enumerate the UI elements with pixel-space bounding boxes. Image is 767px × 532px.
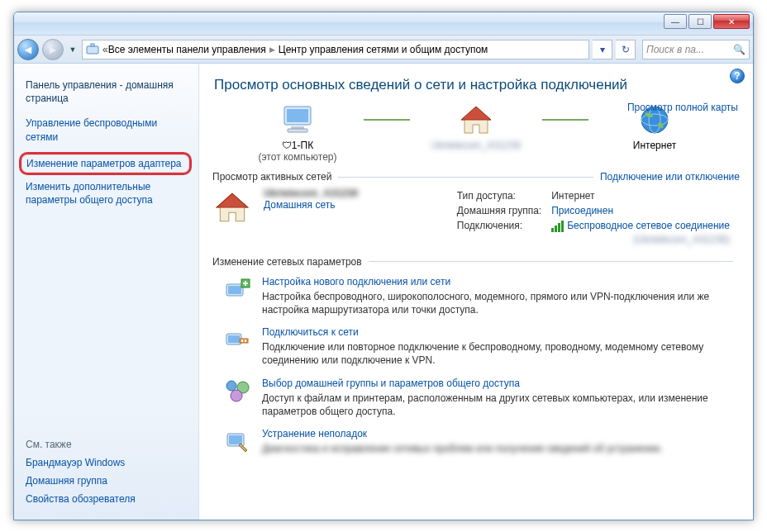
task-connect-network-desc: Подключение или повторное подключение к … (262, 340, 740, 367)
svg-rect-27 (229, 435, 242, 444)
help-icon[interactable]: ? (730, 69, 745, 83)
computer-icon (231, 102, 364, 138)
active-networks-heading: Просмотр активных сетей (212, 171, 331, 183)
task-new-connection-desc: Настройка беспроводного, широкополосного… (262, 290, 740, 316)
connections-label: Подключения: (457, 219, 550, 246)
see-also-ie-options[interactable]: Свойства обозревателя (26, 493, 187, 505)
titlebar[interactable]: — ☐ ✕ (14, 12, 753, 36)
task-new-connection[interactable]: Настройка нового подключения или сети На… (224, 276, 740, 316)
address-dropdown-button[interactable]: ▾ (593, 40, 612, 59)
main-panel: ? Просмотр основных сведений о сети и на… (199, 64, 753, 520)
task-troubleshoot[interactable]: Устранение неполадок Диагностика и испра… (224, 428, 740, 456)
access-type-value: Интернет (551, 189, 738, 202)
sidebar-task-adapter-settings[interactable]: Изменение параметров адаптера (26, 157, 184, 170)
breadcrumb-root[interactable]: Все элементы панели управления (108, 44, 266, 55)
svg-rect-20 (240, 339, 248, 343)
svg-rect-14 (228, 286, 241, 294)
network-properties: Тип доступа:Интернет Домашняя группа:При… (455, 188, 740, 248)
annotation-highlight: Изменение параметров адаптера (19, 152, 192, 175)
sidebar: Панель управления - домашняя страница Уп… (14, 64, 199, 520)
signal-strength-icon (551, 221, 564, 232)
nav-back-button[interactable]: ◄ (17, 39, 39, 60)
homegroup-label: Домашняя группа: (457, 204, 550, 217)
new-connection-icon (224, 276, 252, 304)
sidebar-task-wireless[interactable]: Управление беспроводными сетями (26, 116, 187, 143)
pc-sub-label: (этот компьютер) (231, 151, 364, 163)
refresh-button[interactable]: ↻ (616, 40, 636, 59)
security-shield-icon: 🛡 (282, 140, 292, 151)
network-type-link[interactable]: Домашняя сеть (264, 199, 358, 211)
internet-label: Интернет (588, 140, 721, 151)
house-icon (410, 102, 542, 138)
control-panel-home-link[interactable]: Панель управления - домашняя страница (26, 78, 187, 105)
network-name: Ukrtelecom_A31230 (264, 188, 358, 199)
close-button[interactable]: ✕ (713, 14, 750, 29)
connect-disconnect-link[interactable]: Подключение или отключение (600, 171, 740, 183)
page-title: Просмотр основных сведений о сети и наст… (214, 77, 740, 93)
svg-rect-19 (228, 335, 240, 343)
see-also-heading: См. также (26, 439, 187, 450)
chevron-right-icon[interactable]: ▶ (269, 45, 275, 54)
svg-rect-22 (245, 340, 246, 342)
svg-rect-1 (91, 44, 94, 46)
connection-ssid: (Ukrtelecom_A31230) (551, 234, 730, 245)
task-homegroup-desc: Доступ к файлам и принтерам, расположенн… (262, 392, 740, 418)
task-troubleshoot-title[interactable]: Устранение неполадок (262, 428, 663, 439)
maximize-button[interactable]: ☐ (688, 14, 712, 29)
change-network-settings-heading: Изменение сетевых параметров (212, 256, 362, 268)
task-connect-network-title[interactable]: Подключиться к сети (262, 326, 740, 338)
homegroup-icon (224, 378, 252, 406)
task-homegroup-title[interactable]: Выбор домашней группы и параметров общег… (262, 378, 740, 389)
connection-link[interactable]: Беспроводное сетевое соединение (Ukrtele… (551, 219, 738, 246)
see-also-firewall[interactable]: Брандмауэр Windows (26, 457, 187, 468)
svg-rect-0 (87, 46, 98, 54)
pc-name: 1-ПК (292, 140, 313, 151)
window-frame: — ☐ ✕ ◄ ► ▼ « Все элементы панели управл… (13, 12, 754, 520)
address-bar: ◄ ► ▼ « Все элементы панели управления ▶… (14, 36, 753, 64)
search-placeholder: Поиск в па... (646, 44, 704, 55)
view-full-map-link[interactable]: Просмотр полной карты (627, 102, 738, 113)
task-new-connection-title[interactable]: Настройка нового подключения или сети (262, 276, 740, 287)
home-network-icon (212, 188, 252, 227)
minimize-button[interactable]: — (664, 14, 687, 29)
search-input[interactable]: Поиск в па... 🔍 (642, 40, 750, 59)
connect-network-icon (224, 326, 252, 354)
homegroup-value-link[interactable]: Присоединен (551, 204, 738, 217)
breadcrumb-current[interactable]: Центр управления сетями и общим доступом (279, 44, 488, 55)
svg-rect-21 (241, 340, 243, 342)
svg-rect-3 (287, 109, 308, 122)
nav-forward-button[interactable]: ► (42, 39, 64, 60)
router-name: Ukrtelecom_A31230 (410, 140, 542, 151)
task-homegroup-sharing[interactable]: Выбор домашней группы и параметров общег… (224, 378, 740, 418)
breadcrumb-bar[interactable]: « Все элементы панели управления ▶ Центр… (82, 40, 589, 59)
task-connect-network[interactable]: Подключиться к сети Подключение или повт… (224, 326, 740, 367)
see-also-homegroup[interactable]: Домашняя группа (26, 475, 187, 487)
search-icon: 🔍 (733, 44, 746, 55)
svg-point-25 (231, 390, 242, 401)
sidebar-task-advanced-sharing[interactable]: Изменить дополнительные параметры общего… (26, 180, 187, 207)
svg-point-23 (226, 381, 236, 391)
troubleshoot-icon (224, 428, 252, 456)
access-type-label: Тип доступа: (457, 189, 550, 202)
nav-history-dropdown[interactable]: ▼ (67, 39, 79, 60)
svg-rect-5 (288, 129, 307, 132)
task-troubleshoot-desc: Диагностика и исправление сетевых пробле… (262, 442, 663, 455)
active-network-block: Ukrtelecom_A31230 Домашняя сеть Тип дост… (212, 188, 740, 248)
control-panel-icon (86, 43, 99, 56)
svg-marker-12 (217, 193, 248, 207)
svg-marker-7 (461, 107, 491, 120)
network-map: Просмотр полной карты 🛡1-ПК (этот компью… (212, 102, 740, 163)
